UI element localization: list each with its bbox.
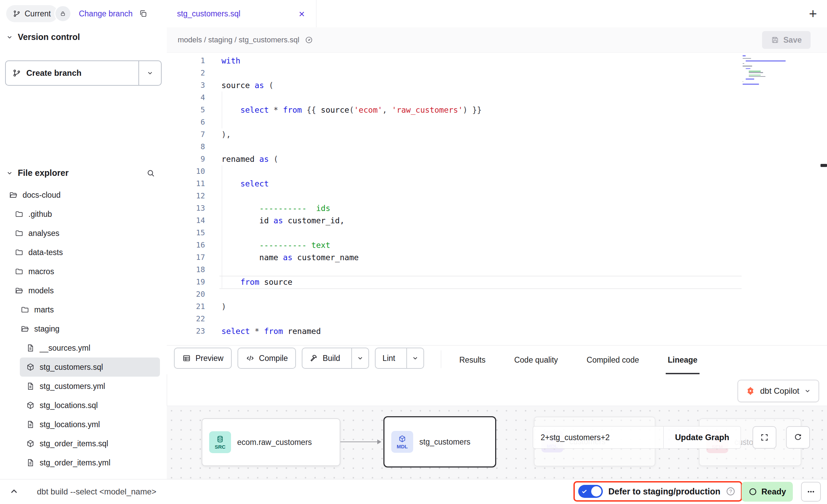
code-line-12[interactable]: 12 xyxy=(167,190,827,202)
code-line-20[interactable]: 20 xyxy=(167,288,827,300)
version-control-header[interactable]: Version control xyxy=(0,27,167,47)
dbt-copilot-button[interactable]: dbt Copilot xyxy=(737,380,819,402)
line-text xyxy=(205,116,221,128)
tree-item-stg-locations-yml[interactable]: stg_locations.yml xyxy=(0,415,167,434)
line-text: ---------- ids xyxy=(205,202,330,214)
tree-item-label: __sources.yml xyxy=(40,344,90,353)
lineage-selector-input[interactable] xyxy=(533,426,663,449)
chevron-down-icon xyxy=(6,34,13,41)
status-bar: dbt build --select <model_name> Defer to… xyxy=(0,479,827,504)
copilot-label: dbt Copilot xyxy=(760,386,799,396)
tree-item-analyses[interactable]: analyses xyxy=(0,224,167,243)
lineage-canvas[interactable]: SRC ecom.raw_customers MDL stg_customers… xyxy=(167,406,827,479)
preview-button[interactable]: Preview xyxy=(174,348,232,369)
tab-code-quality[interactable]: Code quality xyxy=(512,346,560,374)
results-toolbar: Preview Compile Build Lint xyxy=(167,345,827,374)
code-line-17[interactable]: 17 name as customer_name xyxy=(167,251,827,264)
refresh-button[interactable] xyxy=(786,426,810,449)
check-icon xyxy=(581,488,588,495)
lineage-node-stg-customers[interactable]: MDL stg_customers xyxy=(383,416,496,467)
code-line-16[interactable]: 16 ---------- text xyxy=(167,239,827,251)
code-line-23[interactable]: 23select * from renamed xyxy=(167,325,827,337)
code-line-8[interactable]: 8 xyxy=(167,141,827,153)
tree-item--sources-yml[interactable]: __sources.yml xyxy=(0,338,167,358)
defer-toggle[interactable] xyxy=(578,485,603,498)
tab-compiled-code[interactable]: Compiled code xyxy=(585,346,641,374)
save-button[interactable]: Save xyxy=(762,31,811,49)
scrollbar-thumb[interactable] xyxy=(821,164,827,167)
lineage-node-source[interactable]: SRC ecom.raw_customers xyxy=(202,418,340,466)
tree-item-label: stg_customers.sql xyxy=(40,363,103,372)
code-line-7[interactable]: 7), xyxy=(167,128,827,141)
folder-icon xyxy=(15,229,24,238)
tree-item-stg-customers-sql[interactable]: stg_customers.sql xyxy=(20,358,160,377)
tree-item-docs-cloud[interactable]: docs-cloud xyxy=(0,185,167,205)
copy-icon[interactable] xyxy=(139,9,148,18)
code-line-3[interactable]: 3source as ( xyxy=(167,79,827,92)
code-line-2[interactable]: 2 xyxy=(167,67,827,79)
current-branch-pill[interactable]: Current xyxy=(6,5,58,22)
tree-item-marts[interactable]: marts xyxy=(0,300,167,319)
code-line-14[interactable]: 14 id as customer_id, xyxy=(167,214,827,227)
create-branch-button[interactable]: Create branch xyxy=(5,60,162,86)
change-branch-link[interactable]: Change branch xyxy=(79,9,133,18)
code-line-19[interactable]: 19 from source xyxy=(167,276,827,288)
line-number: 3 xyxy=(167,79,205,92)
tree-item-stg-order-items-yml[interactable]: stg_order_items.yml xyxy=(0,453,167,472)
line-number: 18 xyxy=(167,264,205,276)
dbt-logo-icon xyxy=(746,386,755,396)
collapse-panel-icon[interactable] xyxy=(9,486,19,496)
build-main[interactable]: Build xyxy=(302,348,347,368)
lint-main[interactable]: Lint xyxy=(376,348,402,368)
code-line-13[interactable]: 13 ---------- ids xyxy=(167,202,827,214)
code-line-15[interactable]: 15 xyxy=(167,227,827,239)
create-branch-caret[interactable] xyxy=(138,61,161,85)
tree-item-stg-locations-sql[interactable]: stg_locations.sql xyxy=(0,396,167,415)
code-line-5[interactable]: 5 select * from {{ source('ecom', 'raw_c… xyxy=(167,104,827,116)
tree-item--github[interactable]: .github xyxy=(0,205,167,224)
close-tab-icon[interactable]: × xyxy=(298,8,306,20)
tree-item-models[interactable]: models xyxy=(0,281,167,300)
tree-item-stg-order-items-sql[interactable]: stg_order_items.sql xyxy=(0,434,167,453)
lint-options-caret[interactable] xyxy=(406,348,423,368)
code-line-21[interactable]: 21) xyxy=(167,300,827,313)
code-line-22[interactable]: 22 xyxy=(167,313,827,325)
more-options-button[interactable] xyxy=(801,482,821,502)
code-line-4[interactable]: 4 xyxy=(167,92,827,104)
tree-item-data-tests[interactable]: data-tests xyxy=(0,243,167,262)
new-tab-button[interactable]: + xyxy=(808,0,818,27)
create-branch-main[interactable]: Create branch xyxy=(6,61,138,85)
search-icon[interactable] xyxy=(146,169,155,178)
line-text xyxy=(205,227,221,239)
compile-button[interactable]: Compile xyxy=(238,348,296,369)
branch-toolbar: Current Change branch xyxy=(0,0,167,27)
tree-item-label: models xyxy=(28,286,54,295)
tab-lineage[interactable]: Lineage xyxy=(666,346,700,374)
code-editor[interactable]: 1with23source as (45 select * from {{ so… xyxy=(167,53,827,345)
build-button[interactable]: Build xyxy=(302,348,369,369)
code-line-9[interactable]: 9renamed as ( xyxy=(167,153,827,165)
code-line-1[interactable]: 1with xyxy=(167,55,827,67)
tab-stg-customers-sql[interactable]: stg_customers.sql × xyxy=(167,0,316,27)
code-line-6[interactable]: 6 xyxy=(167,116,827,128)
fullscreen-button[interactable] xyxy=(753,426,776,449)
tree-item-staging[interactable]: staging xyxy=(0,319,167,338)
build-command-text[interactable]: dbt build --select <model_name> xyxy=(37,479,157,504)
code-line-18[interactable]: 18 xyxy=(167,264,827,276)
tree-item-label: marts xyxy=(34,305,54,314)
gauge-icon[interactable] xyxy=(305,36,313,44)
update-graph-button[interactable]: Update Graph xyxy=(663,426,741,449)
tree-item-stg-customers-yml[interactable]: stg_customers.yml xyxy=(0,377,167,396)
file-explorer-header[interactable]: File explorer xyxy=(0,163,167,183)
help-icon[interactable]: ? xyxy=(726,487,735,496)
code-line-10[interactable]: 10 xyxy=(167,165,827,178)
tree-item-macros[interactable]: macros xyxy=(0,262,167,281)
build-options-caret[interactable] xyxy=(351,348,368,368)
tab-results[interactable]: Results xyxy=(457,346,488,374)
minimap[interactable] xyxy=(743,55,787,85)
line-number: 16 xyxy=(167,239,205,251)
code-line-11[interactable]: 11 select xyxy=(167,178,827,190)
lineage-edge xyxy=(340,442,380,442)
lint-button[interactable]: Lint xyxy=(375,348,424,369)
line-number: 15 xyxy=(167,227,205,239)
